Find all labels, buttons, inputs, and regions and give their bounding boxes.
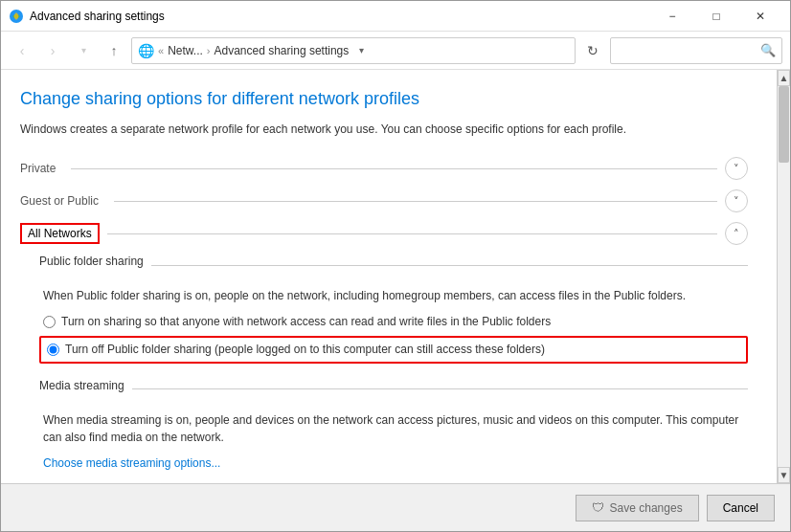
breadcrumb-network: Netw...: [168, 44, 203, 57]
up-button[interactable]: ↑: [101, 37, 127, 64]
back-button[interactable]: ‹: [9, 37, 35, 64]
breadcrumb-separator1: «: [158, 45, 164, 56]
title-bar-buttons: − □ ✕: [650, 1, 782, 32]
chevron-down-icon: ˅: [734, 163, 739, 175]
section-private-line: [71, 168, 717, 169]
breadcrumb-network-icon: 🌐: [138, 43, 154, 58]
public-folder-description: When Public folder sharing is on, people…: [39, 287, 748, 304]
search-input[interactable]: [617, 44, 760, 57]
close-button[interactable]: ✕: [738, 1, 782, 32]
title-bar: Advanced sharing settings − □ ✕: [1, 1, 790, 32]
scroll-track: [778, 86, 790, 467]
forward-button[interactable]: ›: [39, 37, 66, 64]
content-area: Change sharing options for different net…: [1, 70, 790, 483]
minimize-button[interactable]: −: [650, 1, 694, 32]
maximize-button[interactable]: □: [694, 1, 738, 32]
main-panel: Change sharing options for different net…: [1, 70, 777, 483]
section-private-chevron[interactable]: ˅: [725, 157, 748, 180]
chevron-down-icon: ▾: [359, 45, 364, 55]
breadcrumb-dropdown-icon[interactable]: ▾: [352, 42, 370, 59]
scrollbar: ▲ ▼: [777, 70, 790, 483]
title-bar-text: Advanced sharing settings: [30, 10, 650, 23]
window: Advanced sharing settings − □ ✕ ‹ › ▾ ↑ …: [0, 0, 791, 532]
chevron-down-icon: ˅: [734, 195, 739, 208]
scroll-thumb[interactable]: [779, 86, 789, 163]
section-all-networks-line: [107, 233, 717, 234]
bottom-bar: 🛡 Save changes Cancel: [1, 483, 790, 531]
search-bar: 🔍: [610, 37, 782, 64]
public-folder-line: [151, 265, 748, 266]
breadcrumb-bar[interactable]: 🌐 « Netw... › Advanced sharing settings …: [131, 37, 576, 64]
save-label: Save changes: [610, 501, 683, 515]
media-streaming-description: When media streaming is on, people and d…: [39, 411, 748, 446]
radio-option2-label: Turn off Public folder sharing (people l…: [65, 342, 545, 358]
window-icon: [9, 9, 24, 24]
save-changes-button[interactable]: 🛡 Save changes: [576, 495, 699, 521]
radio-option2[interactable]: [47, 344, 59, 356]
radio-option1[interactable]: [43, 316, 56, 328]
scroll-up-arrow[interactable]: ▲: [778, 70, 790, 86]
media-streaming-link[interactable]: Choose media streaming options...: [39, 456, 220, 470]
breadcrumb-arrow: ›: [207, 45, 211, 56]
down-button[interactable]: ▾: [70, 37, 97, 64]
media-streaming-header-row: Media streaming: [39, 379, 748, 400]
media-streaming-title: Media streaming: [39, 379, 124, 392]
page-description: Windows creates a separate network profi…: [20, 121, 748, 138]
chevron-up-icon: ˄: [734, 228, 739, 240]
section-private: Private ˅: [20, 157, 748, 180]
all-networks-content: Public folder sharing When Public folder…: [20, 255, 748, 470]
search-icon: 🔍: [760, 43, 776, 57]
page-title: Change sharing options for different net…: [20, 89, 748, 109]
breadcrumb-current: Advanced sharing settings: [214, 44, 349, 57]
section-all-networks: All Networks ˄: [20, 222, 748, 245]
radio-row-option1: Turn on sharing so that anyone with netw…: [39, 314, 748, 330]
refresh-button[interactable]: ↻: [579, 37, 606, 64]
section-private-label: Private: [20, 162, 63, 175]
section-all-networks-chevron[interactable]: ˄: [725, 222, 748, 245]
save-icon: 🛡: [592, 500, 604, 515]
radio-option1-label: Turn on sharing so that anyone with netw…: [61, 314, 551, 330]
section-all-networks-label: All Networks: [20, 223, 100, 244]
section-guest-label: Guest or Public: [20, 194, 106, 208]
section-guest-public: Guest or Public ˅: [20, 189, 748, 212]
cancel-button[interactable]: Cancel: [707, 495, 775, 521]
public-folder-header-row: Public folder sharing: [39, 255, 748, 276]
section-guest-chevron[interactable]: ˅: [725, 189, 748, 212]
media-streaming-line: [132, 388, 748, 389]
scroll-down-arrow[interactable]: ▼: [778, 467, 790, 483]
public-folder-title: Public folder sharing: [39, 255, 144, 268]
radio-row-option2: Turn off Public folder sharing (people l…: [39, 336, 748, 364]
section-guest-line: [114, 201, 717, 202]
media-streaming-section: Media streaming When media streaming is …: [39, 379, 748, 470]
address-bar: ‹ › ▾ ↑ 🌐 « Netw... › Advanced sharing s…: [1, 32, 790, 70]
